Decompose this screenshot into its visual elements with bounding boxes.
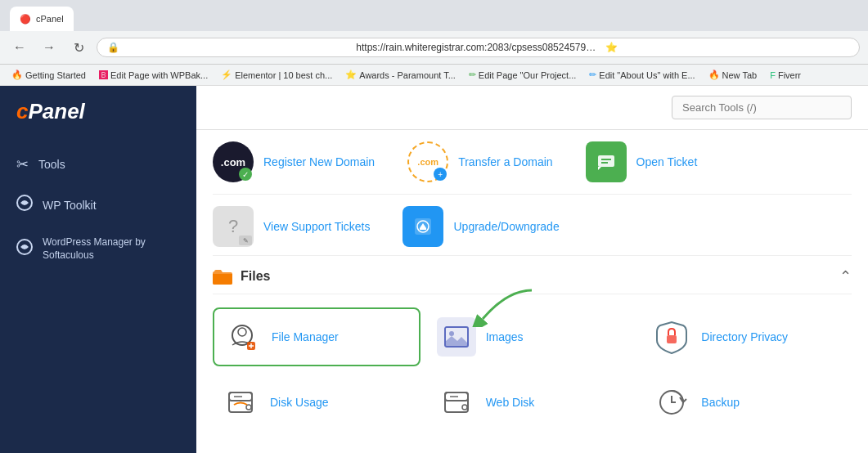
sidebar-item-tools[interactable]: ✂ Tools xyxy=(0,146,196,183)
collapse-button[interactable]: ⌃ xyxy=(839,267,852,285)
open-ticket-icon xyxy=(586,141,627,182)
backup-label: Backup xyxy=(701,396,740,409)
active-tab[interactable]: 🔴 cPanel xyxy=(10,7,74,31)
svg-point-17 xyxy=(246,405,251,410)
transfer-domain-icon: .com + xyxy=(407,141,448,182)
reload-button[interactable]: ↻ xyxy=(67,36,90,59)
tools-icon: ✂ xyxy=(16,155,29,173)
web-disk-icon xyxy=(437,383,476,422)
sidebar-item-wp-toolkit[interactable]: WP Toolkit xyxy=(0,185,196,225)
wordpress-manager-icon xyxy=(16,239,33,259)
upgrade-icon xyxy=(403,206,443,247)
svg-point-13 xyxy=(449,331,454,336)
disk-usage-icon xyxy=(221,383,260,422)
web-disk-label: Web Disk xyxy=(486,396,535,409)
back-button[interactable]: ← xyxy=(8,36,31,59)
open-ticket-label: Open Ticket xyxy=(636,155,698,168)
disk-usage-label: Disk Usage xyxy=(270,396,329,409)
backup-wizard-icon xyxy=(221,446,260,453)
upgrade-item[interactable]: Upgrade/Downgrade xyxy=(403,206,559,247)
dir-privacy-item[interactable]: Directory Privacy xyxy=(644,307,852,366)
support-tickets-icon: ? ✎ xyxy=(213,206,254,247)
file-manager-item[interactable]: File Manager xyxy=(213,307,421,366)
svg-rect-14 xyxy=(667,335,677,343)
transfer-domain-item[interactable]: .com + Transfer a Domain xyxy=(407,141,552,182)
transfer-badge: + xyxy=(434,168,447,181)
transfer-domain-label: Transfer a Domain xyxy=(458,155,552,168)
bookmark-getting-started[interactable]: 🔥 Getting Started xyxy=(8,68,89,82)
sidebar-wordpress-label: WordPress Manager by Softaculous xyxy=(43,236,180,262)
svg-point-10 xyxy=(238,328,246,336)
domain-tools-bottom: ? ✎ View Support Tickets xyxy=(213,195,852,256)
upgrade-label: Upgrade/Downgrade xyxy=(453,220,559,233)
register-badge: ✓ xyxy=(239,168,252,181)
bookmark-about-us[interactable]: ✏ Edit "About Us" with E... xyxy=(586,68,698,82)
register-domain-icon: .com ✓ xyxy=(213,141,254,182)
register-domain-item[interactable]: .com ✓ Register New Domain xyxy=(213,141,375,182)
support-tickets-item[interactable]: ? ✎ View Support Tickets xyxy=(213,206,370,247)
main-content: .com ✓ Register New Domain .com + Transf… xyxy=(196,86,868,453)
bookmark-fiverr[interactable]: F Fiverr xyxy=(767,69,804,82)
register-domain-label: Register New Domain xyxy=(263,155,375,168)
tab-title: cPanel xyxy=(36,14,64,24)
bookmark-awards[interactable]: ⭐ Awards - Paramount T... xyxy=(342,68,459,82)
dir-privacy-label: Directory Privacy xyxy=(701,330,788,343)
content-area: .com ✓ Register New Domain .com + Transf… xyxy=(196,130,868,453)
bookmark-edit-project[interactable]: ✏ Edit Page "Our Project... xyxy=(465,68,579,82)
bookmarks-bar: 🔥 Getting Started 🅱 Edit Page with WPBak… xyxy=(0,65,868,86)
bookmark-elementor[interactable]: ⚡ Elementor | 10 best ch... xyxy=(218,68,335,82)
sidebar-tools-label: Tools xyxy=(38,158,65,171)
svg-point-21 xyxy=(462,405,467,410)
dir-privacy-icon xyxy=(652,317,691,357)
folder-icon xyxy=(213,268,232,285)
sidebar: cPanel ✂ Tools WP Toolkit WordPress Mana… xyxy=(0,86,196,453)
domain-tools-top: .com ✓ Register New Domain .com + Transf… xyxy=(213,130,852,195)
search-bar-area xyxy=(196,86,868,130)
green-arrow xyxy=(466,286,548,327)
backup-wizard-item[interactable]: Backup Wizard xyxy=(213,438,421,453)
svg-rect-7 xyxy=(420,228,426,230)
sidebar-logo: cPanel xyxy=(0,86,196,137)
forward-button[interactable]: → xyxy=(38,36,61,59)
arrow-container: File Manager Images xyxy=(213,294,852,453)
browser-toolbar: ← → ↻ 🔒 https://rain.whiteregistrar.com:… xyxy=(0,31,868,65)
disk-usage-item[interactable]: Disk Usage xyxy=(213,375,421,430)
wp-toolkit-icon xyxy=(16,195,33,215)
files-label: Files xyxy=(241,269,270,284)
sidebar-item-wordpress-manager[interactable]: WordPress Manager by Softaculous xyxy=(0,226,196,271)
open-ticket-item[interactable]: Open Ticket xyxy=(586,141,698,182)
files-section-title: Files xyxy=(213,268,270,285)
support-tickets-label: View Support Tickets xyxy=(263,220,370,233)
bookmark-new-tab[interactable]: 🔥 New Tab xyxy=(705,68,761,82)
sidebar-wp-toolkit-label: WP Toolkit xyxy=(43,199,97,212)
web-disk-item[interactable]: Web Disk xyxy=(429,375,636,430)
bookmark-wpbak[interactable]: 🅱 Edit Page with WPBak... xyxy=(96,69,211,82)
backup-item[interactable]: Backup xyxy=(644,375,852,430)
git-icon xyxy=(437,446,476,453)
images-label: Images xyxy=(486,330,524,343)
svg-rect-2 xyxy=(598,155,614,167)
sidebar-menu: ✂ Tools WP Toolkit WordPress Manager by … xyxy=(0,137,196,280)
backup-icon xyxy=(652,383,691,422)
url-text: https://rain.whiteregistrar.com:2083/cps… xyxy=(356,42,600,53)
app-layout: cPanel ✂ Tools WP Toolkit WordPress Mana… xyxy=(0,86,868,453)
search-input[interactable] xyxy=(672,96,852,119)
file-manager-label: File Manager xyxy=(272,330,339,343)
file-manager-icon xyxy=(223,317,262,357)
git-item[interactable]: Git™ Version Control xyxy=(429,438,636,453)
address-bar[interactable]: 🔒 https://rain.whiteregistrar.com:2083/c… xyxy=(97,38,860,57)
browser-chrome: 🔴 cPanel xyxy=(0,0,868,31)
browser-tabs: 🔴 cPanel xyxy=(10,7,858,31)
